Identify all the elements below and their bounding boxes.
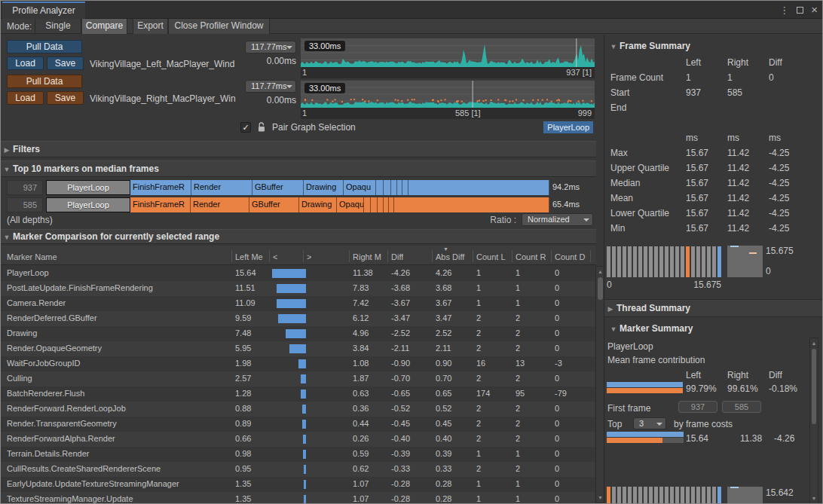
summary-row-value: 15.67	[686, 193, 708, 203]
selected-marker-chip[interactable]: PlayerLoop	[543, 121, 593, 133]
table-cell: 2.57	[235, 374, 251, 383]
save-left-button[interactable]: Save	[47, 57, 84, 70]
frame-graph-left[interactable]: 33.00ms	[301, 38, 595, 67]
table-cell: PlayerLoop	[7, 268, 230, 277]
table-cell: 0.62	[353, 464, 369, 473]
marker-segment[interactable]: GBuffer	[249, 197, 299, 212]
table-row[interactable]: WaitForJobGroupID1.981.08-0.900.901613-3	[1, 356, 595, 371]
table-row[interactable]: RenderDeferred.GBuffer9.596.12-3.473.472…	[1, 311, 595, 326]
table-row[interactable]: RenderForwardAlpha.Render0.660.26-0.400.…	[1, 432, 595, 447]
marker-summary-header[interactable]: ▼Marker Summary	[607, 323, 693, 334]
pull-data-right-button[interactable]: Pull Data	[7, 75, 82, 88]
col-abs-diff[interactable]: Abs Diff	[436, 252, 471, 261]
maximize-icon[interactable]	[797, 7, 803, 14]
marker-segment[interactable]: Drawing	[304, 180, 344, 195]
table-cell: 2	[516, 328, 520, 338]
marker-segment[interactable]	[402, 180, 408, 195]
marker-cost-boxplot[interactable]	[727, 487, 763, 504]
table-scrollbar-thumb[interactable]	[598, 277, 603, 300]
marker-cost-histogram[interactable]	[607, 487, 721, 504]
marker-segment[interactable]	[408, 180, 549, 195]
unlock-icon[interactable]	[257, 122, 266, 133]
marker-segment[interactable]	[397, 180, 402, 195]
top10-root-marker[interactable]: PlayerLoop	[46, 197, 130, 212]
comparison-section-header[interactable]: ▼Marker Comparison for currently selecte…	[1, 229, 596, 244]
mode-compare-button[interactable]: Compare	[81, 19, 127, 34]
pull-data-left-button[interactable]: Pull Data	[7, 40, 82, 53]
col-left-median[interactable]: Left Me	[235, 252, 268, 261]
mode-single-button[interactable]: Single	[35, 19, 81, 34]
top10-section-header[interactable]: ▼Top 10 markers on median frames	[1, 160, 596, 177]
marker-segment[interactable]	[384, 180, 391, 195]
marker-segment[interactable]: Drawing	[299, 197, 337, 212]
filters-section-header[interactable]: ▶Filters	[1, 141, 596, 157]
tab-profile-analyzer[interactable]: Profile Analyzer	[2, 2, 85, 19]
close-profiler-window-button[interactable]: Close Profiler Window	[168, 19, 270, 34]
export-button[interactable]: Export	[133, 19, 168, 34]
summary-scrollbar-thumb[interactable]	[812, 349, 816, 424]
range-dropdown-right[interactable]: 117.77ms	[245, 80, 296, 93]
marker-segment[interactable]: Opaqu	[337, 197, 364, 212]
first-frame-left-button[interactable]: 937	[678, 401, 717, 413]
close-icon[interactable]: ×	[811, 6, 818, 14]
table-row[interactable]: Render.OpaqueGeometry5.953.84-2.112.1122…	[1, 341, 595, 356]
col-count-right[interactable]: Count R	[516, 252, 549, 261]
scroll-down-icon[interactable]: ▼	[810, 496, 818, 501]
save-right-button[interactable]: Save	[47, 91, 84, 105]
thread-summary-header[interactable]: ▶Thread Summary	[604, 299, 822, 317]
table-row[interactable]: RenderForward.RenderLoopJob0.880.36-0.52…	[1, 402, 595, 417]
load-left-button[interactable]: Load	[7, 57, 44, 70]
marker-segment[interactable]: Opaqu	[344, 180, 376, 195]
table-row[interactable]: CullResults.CreateSharedRendererScene0.9…	[1, 462, 595, 477]
scroll-up-icon[interactable]: ▲	[810, 341, 818, 346]
ratio-dropdown[interactable]: Normalized	[522, 213, 593, 226]
top10-segment-bar[interactable]: FinishFrameRRenderGBufferDrawingOpaqu	[130, 197, 549, 212]
pair-graph-selection-checkbox[interactable]: ✓	[240, 122, 251, 133]
marker-segment[interactable]	[384, 197, 389, 212]
summary-scrollbar[interactable]: ▲ ▼	[809, 338, 818, 504]
top-n-dropdown[interactable]: 3	[633, 417, 666, 429]
col-right-median[interactable]: Right M	[353, 252, 386, 261]
histogram-bar	[607, 246, 610, 277]
first-frame-right-button[interactable]: 585	[722, 401, 761, 413]
table-row[interactable]: Terrain.Details.Render0.980.59-0.390.391…	[1, 447, 595, 462]
marker-segment[interactable]	[378, 197, 384, 212]
marker-segment[interactable]: Render	[191, 180, 252, 195]
kebab-menu-icon[interactable]: ⋮	[779, 5, 789, 16]
load-right-button[interactable]: Load	[7, 91, 44, 105]
frame-summary-header[interactable]: ▼Frame Summary	[607, 41, 690, 51]
marker-segment[interactable]	[389, 197, 394, 212]
marker-segment[interactable]: FinishFrameR	[130, 180, 191, 195]
table-row[interactable]: Drawing7.484.96-2.522.52220	[1, 326, 595, 341]
range-dropdown-left[interactable]: 117.77ms	[245, 41, 296, 53]
col-diff[interactable]: Diff	[391, 252, 403, 261]
dropdown-arrow-icon	[656, 423, 662, 426]
marker-segment[interactable]	[364, 197, 371, 212]
marker-segment[interactable]	[394, 197, 549, 212]
table-row[interactable]: Culling2.571.87-0.700.70220	[1, 371, 595, 386]
table-row[interactable]: TextureStreamingManager.Update1.351.07-0…	[1, 492, 595, 503]
marker-segment[interactable]: Render	[191, 197, 249, 212]
frame-duration-histogram[interactable]	[607, 246, 721, 277]
marker-segment[interactable]	[391, 180, 397, 195]
table-row[interactable]: BatchRenderer.Flush1.280.63-0.650.651749…	[1, 386, 595, 402]
marker-segment[interactable]	[376, 180, 384, 195]
col-count-left[interactable]: Count L	[476, 252, 510, 261]
col-right-bar[interactable]: >	[307, 252, 311, 261]
col-count-diff[interactable]: Count D	[555, 252, 589, 261]
table-row[interactable]: PlayerLoop15.6411.38-4.264.26110	[1, 266, 595, 281]
frame-graph-right[interactable]: 33.00ms	[301, 81, 595, 108]
summary-row-value: 11.42	[727, 148, 749, 158]
table-row[interactable]: PostLateUpdate.FinishFrameRendering11.51…	[1, 281, 595, 296]
top10-segment-bar[interactable]: FinishFrameRRenderGBufferDrawingOpaqu	[130, 180, 549, 195]
table-row[interactable]: Camera.Render11.097.42-3.673.67110	[1, 296, 595, 311]
top10-root-marker[interactable]: PlayerLoop	[46, 180, 130, 195]
marker-segment[interactable]: GBuffer	[252, 180, 304, 195]
marker-segment[interactable]: FinishFrameR	[130, 197, 191, 212]
col-left-bar[interactable]: <	[273, 252, 277, 261]
marker-segment[interactable]	[371, 197, 378, 212]
frame-duration-boxplot[interactable]	[727, 246, 763, 277]
table-row[interactable]: Render.TransparentGeometry0.890.44-0.450…	[1, 417, 595, 432]
table-row[interactable]: EarlyUpdate.UpdateTextureStreamingManage…	[1, 477, 595, 492]
col-marker-name[interactable]: Marker Name	[7, 252, 225, 261]
